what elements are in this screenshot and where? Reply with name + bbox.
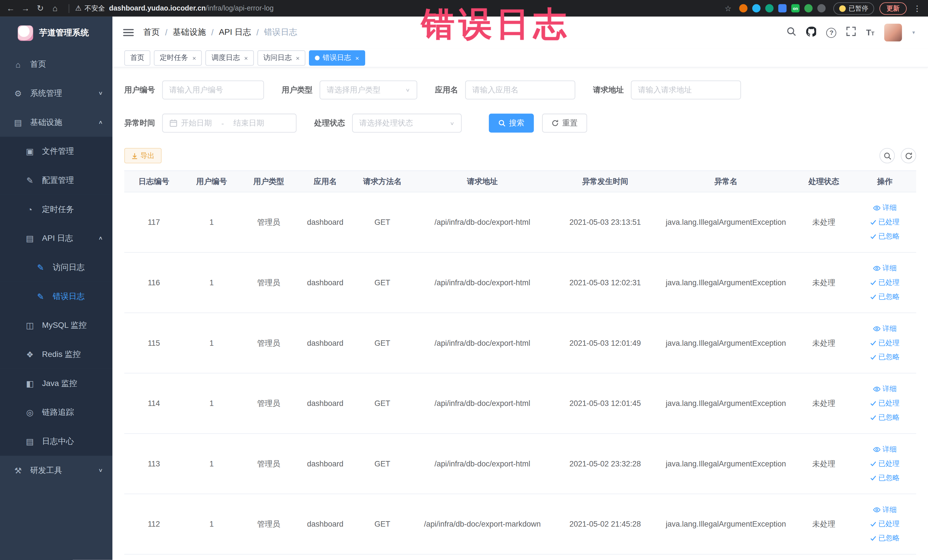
tab[interactable]: 错误日志 × <box>309 50 365 65</box>
user-avatar[interactable] <box>884 24 902 41</box>
tab-close-icon[interactable]: × <box>244 54 248 61</box>
browser-forward-icon[interactable]: → <box>21 0 30 17</box>
sidebar-item[interactable]: ❖ Redis 监控 <box>0 340 112 369</box>
breadcrumb-item[interactable]: 首页 <box>143 27 160 38</box>
tab[interactable]: 访问日志 × <box>257 50 305 65</box>
app-logo[interactable]: 芋道管理系统 <box>0 17 112 50</box>
cell-app-name: dashboard <box>298 374 353 433</box>
sidebar-item[interactable]: ◧ Java 监控 <box>0 369 112 398</box>
extension-green-circle-icon[interactable] <box>765 4 773 12</box>
tab-close-icon[interactable]: × <box>296 54 299 61</box>
app-name-input[interactable]: 请输入应用名 <box>465 81 575 99</box>
tab-close-icon[interactable]: × <box>355 54 359 61</box>
bookmark-star-icon[interactable]: ☆ <box>725 4 731 12</box>
browser-update-button[interactable]: 更新 <box>879 2 907 15</box>
help-icon[interactable]: ? <box>826 27 836 37</box>
sidebar-item[interactable]: ◫ MySQL 监控 <box>0 311 112 340</box>
fullscreen-icon[interactable] <box>847 26 856 38</box>
tab-close-icon[interactable]: × <box>192 54 196 61</box>
cell-method: GET <box>353 253 412 313</box>
mark-processed-link[interactable]: 已处理 <box>870 398 900 408</box>
sidebar-item[interactable]: ✎ 配置管理 <box>0 166 112 195</box>
sidebar-item[interactable]: ⚒ 研发工具 ∨ <box>0 456 112 485</box>
mark-processed-link[interactable]: 已处理 <box>870 278 900 288</box>
request-url-input[interactable]: 请输入请求地址 <box>631 81 741 99</box>
cell-status: 未处理 <box>794 374 853 433</box>
sidebar-item-label: Redis 监控 <box>42 349 81 359</box>
detail-link[interactable]: 详细 <box>873 203 897 213</box>
mark-ignored-link[interactable]: 已忽略 <box>870 292 900 302</box>
extension-puzzle-icon[interactable] <box>817 4 826 12</box>
search-button[interactable]: 搜索 <box>489 113 534 132</box>
browser-reload-icon[interactable]: ↻ <box>35 0 45 17</box>
security-status[interactable]: ⚠ 不安全 <box>75 4 105 12</box>
cell-log-id: 115 <box>124 313 183 373</box>
sidebar-item-label: 错误日志 <box>53 291 85 302</box>
mark-processed-link[interactable]: 已处理 <box>870 519 900 529</box>
sidebar-item[interactable]: ▣ 文件管理 <box>0 137 112 166</box>
sidebar-item[interactable]: ▤ API 日志 ∧ <box>0 224 112 253</box>
extension-leaf-icon[interactable] <box>804 4 812 12</box>
extension-blue-grid-icon[interactable] <box>778 4 786 12</box>
github-icon[interactable] <box>806 26 816 39</box>
browser-back-icon[interactable]: ← <box>6 0 15 17</box>
avatar-caret-icon[interactable]: ▾ <box>912 30 915 36</box>
detail-link[interactable]: 详细 <box>873 505 897 515</box>
tab[interactable]: 定时任务 × <box>154 50 202 65</box>
user-type-placeholder: 请选择用户类型 <box>327 85 380 95</box>
breadcrumb-item[interactable]: 错误日志 <box>264 27 297 38</box>
sidebar-item[interactable]: ◎ 链路追踪 <box>0 398 112 427</box>
header-search-icon[interactable] <box>787 26 796 38</box>
sidebar-item[interactable]: ▤ 日志中心 <box>0 427 112 456</box>
sidebar-item[interactable]: ▤ 基础设施 ∧ <box>0 108 112 137</box>
extension-orange-icon[interactable] <box>739 4 748 12</box>
sidebar-item[interactable]: ✎ 错误日志 <box>0 282 112 311</box>
cell-user-type: 管理员 <box>240 192 298 252</box>
browser-menu-icon[interactable]: ⋮ <box>912 4 922 12</box>
mark-ignored-link[interactable]: 已忽略 <box>870 231 900 241</box>
date-range-picker[interactable]: 开始日期 - 结束日期 <box>162 113 296 132</box>
toggle-search-button[interactable] <box>879 148 895 163</box>
tab[interactable]: 首页 <box>124 50 150 65</box>
tab[interactable]: 调度日志 × <box>206 50 254 65</box>
mark-processed-link[interactable]: 已处理 <box>870 459 900 469</box>
browser-home-icon[interactable]: ⌂ <box>50 0 60 17</box>
cell-exception: java.lang.IllegalArgumentException <box>658 374 794 433</box>
breadcrumb-item[interactable]: 基础设施 <box>173 27 206 38</box>
refresh-icon <box>552 119 559 127</box>
detail-link[interactable]: 详细 <box>873 384 897 394</box>
sidebar-toggle-icon[interactable] <box>123 29 134 36</box>
refresh-table-button[interactable] <box>901 148 916 163</box>
mark-ignored-link[interactable]: 已忽略 <box>870 533 900 543</box>
mark-processed-link[interactable]: 已处理 <box>870 338 900 348</box>
font-size-icon[interactable]: TT <box>866 27 875 38</box>
search-icon <box>883 152 891 159</box>
check-icon <box>870 233 877 240</box>
mark-ignored-link[interactable]: 已忽略 <box>870 473 900 483</box>
table-row: 116 1 管理员 dashboard GET /api/infra/db-do… <box>124 253 916 313</box>
export-button[interactable]: 导出 <box>124 148 162 163</box>
user-id-input[interactable]: 请输入用户编号 <box>162 81 264 99</box>
sidebar-item[interactable]: ⌂ 首页 <box>0 50 112 79</box>
extension-teal-icon[interactable] <box>752 4 760 12</box>
mark-ignored-link[interactable]: 已忽略 <box>870 412 900 423</box>
sidebar-item[interactable]: ◔ 定时任务 <box>0 195 112 224</box>
detail-link[interactable]: 详细 <box>873 444 897 455</box>
gear-icon: ⚙ <box>13 89 23 98</box>
user-type-select[interactable]: 请选择用户类型 ∨ <box>319 81 417 99</box>
detail-link[interactable]: 详细 <box>873 263 897 273</box>
paused-badge[interactable]: 已暂停 <box>833 2 874 15</box>
detail-link[interactable]: 详细 <box>873 324 897 334</box>
sidebar-item[interactable]: ⚙ 系统管理 ∨ <box>0 79 112 108</box>
extension-on-badge-icon[interactable]: on <box>791 4 800 12</box>
page-header: 首页 / 基础设施 / API 日志 / 错误日志 <box>112 17 928 49</box>
page-url[interactable]: dashboard.yudao.iocoder.cn/infra/log/api… <box>109 4 273 12</box>
mark-processed-link[interactable]: 已处理 <box>870 217 900 227</box>
download-icon <box>131 153 138 159</box>
reset-button[interactable]: 重置 <box>542 113 587 132</box>
sidebar-item[interactable]: ✎ 访问日志 <box>0 253 112 282</box>
breadcrumb-item[interactable]: API 日志 <box>219 27 251 38</box>
mark-ignored-link[interactable]: 已忽略 <box>870 352 900 362</box>
address-bar[interactable]: ⚠ 不安全 dashboard.yudao.iocoder.cn/infra/l… <box>69 4 274 12</box>
process-status-select[interactable]: 请选择处理状态 ∨ <box>352 113 462 132</box>
